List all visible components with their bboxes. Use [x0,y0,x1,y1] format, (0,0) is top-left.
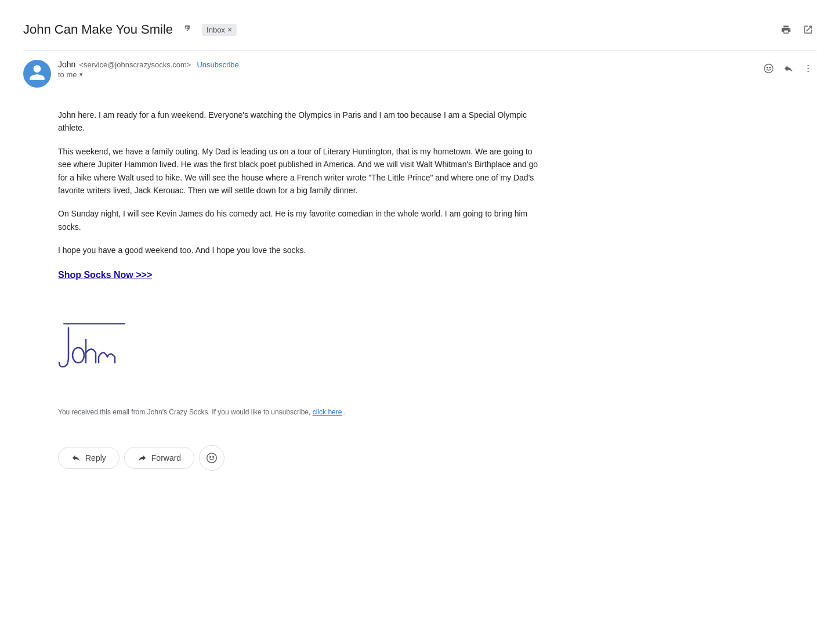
signature-area [23,308,817,402]
sender-row: John <service@johnscrazysocks.com> Unsub… [23,50,817,97]
svg-point-1 [765,64,773,73]
forward-button[interactable]: Forward [124,447,194,469]
chevron-down-icon: ▾ [79,71,83,78]
sender-avatar [23,60,51,88]
emoji-action-icon [206,452,218,464]
svg-point-4 [808,65,809,66]
sender-name: John [58,60,75,69]
to-me-label: to me [58,70,77,79]
emoji-reaction-icon[interactable] [760,60,777,77]
svg-point-8 [73,348,84,363]
inbox-label: Inbox [207,26,225,34]
sender-actions [760,60,817,77]
footer-text-before: You received this email from John's Craz… [58,408,310,416]
body-paragraph-3: On Sunday night, I will see Kevin James … [58,207,545,233]
inbox-close-button[interactable]: × [227,26,232,34]
svg-point-2 [767,67,768,68]
unsubscribe-link[interactable]: Unsubscribe [197,60,238,69]
john-signature-svg [58,313,186,383]
snooze-icon[interactable] [180,22,195,37]
more-options-icon[interactable] [799,60,817,77]
forward-button-icon [137,453,147,463]
svg-point-9 [207,453,217,463]
action-buttons: Reply Forward [23,434,817,488]
to-me-row[interactable]: to me ▾ [58,70,753,79]
emoji-action-button[interactable] [199,445,225,471]
svg-point-3 [770,67,771,68]
sender-info: John <service@johnscrazysocks.com> Unsub… [58,60,753,79]
header-actions [777,21,817,38]
svg-point-6 [808,71,809,72]
print-icon[interactable] [777,21,795,38]
svg-point-5 [808,68,809,69]
email-subject: John Can Make You Smile [23,22,173,37]
reply-button[interactable]: Reply [58,447,120,469]
body-paragraph-4: I hope you have a good weekend too. And … [58,244,545,257]
reply-button-label: Reply [85,453,106,463]
email-body: John here. I am ready for a fun weekend.… [23,97,545,308]
footer-unsubscribe-link[interactable]: click here [313,408,342,416]
inbox-badge: Inbox × [202,24,237,36]
email-header: John Can Make You Smile Inbox × [23,12,817,50]
email-footer: You received this email from John's Craz… [23,402,817,434]
reply-icon[interactable] [780,60,797,77]
reply-button-icon [71,453,81,463]
avatar-person-icon [28,63,46,85]
svg-point-10 [210,457,211,458]
body-paragraph-2: This weekend, we have a family outing. M… [58,145,545,197]
body-paragraph-1: John here. I am ready for a fun weekend.… [58,109,545,135]
sender-email: <service@johnscrazysocks.com> [79,60,191,69]
svg-point-11 [213,457,214,458]
shop-link[interactable]: Shop Socks Now >>> [58,268,152,283]
forward-button-label: Forward [151,453,181,463]
open-in-new-icon[interactable] [799,21,817,38]
footer-text-after: . [344,408,346,416]
